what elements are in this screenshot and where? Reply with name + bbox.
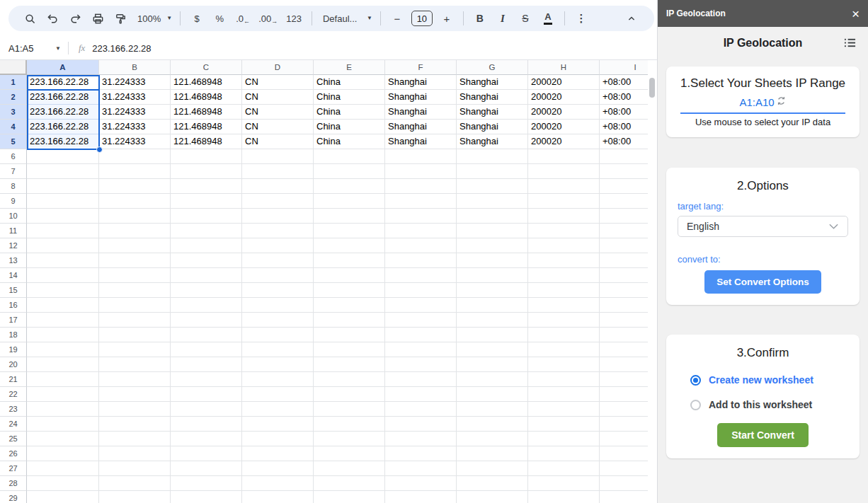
cell-C14[interactable] xyxy=(171,268,242,283)
italic-button[interactable]: I xyxy=(493,9,512,28)
cell-B3[interactable]: 31.224333 xyxy=(99,105,171,120)
cell-F16[interactable] xyxy=(385,298,457,313)
row-header-9[interactable]: 9 xyxy=(0,194,27,209)
cell-H29[interactable] xyxy=(528,491,600,503)
cell-F18[interactable] xyxy=(385,328,457,342)
set-convert-options-button[interactable]: Set Convert Options xyxy=(704,270,821,294)
cell-G4[interactable]: Shanghai xyxy=(457,120,528,134)
cell-F9[interactable] xyxy=(385,194,457,209)
font-size-input[interactable]: 10 xyxy=(411,11,433,26)
cell-A3[interactable]: 223.166.22.28 xyxy=(27,105,99,120)
cell-D2[interactable]: CN xyxy=(242,90,314,105)
cell-B20[interactable] xyxy=(99,357,171,372)
cell-A13[interactable] xyxy=(27,253,99,268)
cell-G1[interactable]: Shanghai xyxy=(457,75,528,90)
cell-E26[interactable] xyxy=(314,446,385,461)
cell-I10[interactable] xyxy=(600,209,648,224)
cell-I16[interactable] xyxy=(600,298,648,313)
row-header-14[interactable]: 14 xyxy=(0,268,27,283)
cell-C24[interactable] xyxy=(171,417,242,432)
cell-A24[interactable] xyxy=(27,417,99,432)
cell-C28[interactable] xyxy=(171,476,242,491)
cell-G10[interactable] xyxy=(457,209,528,224)
cell-E12[interactable] xyxy=(314,238,385,253)
cell-H16[interactable] xyxy=(528,298,600,313)
cell-H2[interactable]: 200020 xyxy=(528,90,600,105)
cell-D25[interactable] xyxy=(242,432,314,446)
cell-C9[interactable] xyxy=(171,194,242,209)
cell-G5[interactable]: Shanghai xyxy=(457,134,528,149)
cell-D26[interactable] xyxy=(242,446,314,461)
cell-I5[interactable]: +08:00 xyxy=(600,134,648,149)
cell-A15[interactable] xyxy=(27,283,99,298)
cell-I23[interactable] xyxy=(600,402,648,417)
cell-E16[interactable] xyxy=(314,298,385,313)
cell-A1[interactable]: 223.166.22.28 xyxy=(27,75,99,90)
cell-E14[interactable] xyxy=(314,268,385,283)
cell-G18[interactable] xyxy=(457,328,528,342)
cell-B14[interactable] xyxy=(99,268,171,283)
cell-B7[interactable] xyxy=(99,164,171,179)
cell-I21[interactable] xyxy=(600,372,648,387)
cell-F20[interactable] xyxy=(385,357,457,372)
cell-H17[interactable] xyxy=(528,313,600,328)
cell-G13[interactable] xyxy=(457,253,528,268)
redo-icon[interactable] xyxy=(66,9,84,28)
row-header-27[interactable]: 27 xyxy=(0,461,27,476)
cell-H4[interactable]: 200020 xyxy=(528,120,600,134)
cell-H25[interactable] xyxy=(528,432,600,446)
cell-E28[interactable] xyxy=(314,476,385,491)
cell-F28[interactable] xyxy=(385,476,457,491)
cell-A4[interactable]: 223.166.22.28 xyxy=(27,120,99,134)
cell-E2[interactable]: China xyxy=(314,90,385,105)
cell-A2[interactable]: 223.166.22.28 xyxy=(27,90,99,105)
cell-C5[interactable]: 121.468948 xyxy=(171,134,242,149)
cell-E1[interactable]: China xyxy=(314,75,385,90)
cell-F17[interactable] xyxy=(385,313,457,328)
column-header-E[interactable]: E xyxy=(314,60,385,75)
cell-I6[interactable] xyxy=(600,149,648,164)
row-header-19[interactable]: 19 xyxy=(0,342,27,357)
cell-C20[interactable] xyxy=(171,357,242,372)
cell-F14[interactable] xyxy=(385,268,457,283)
cell-B29[interactable] xyxy=(99,491,171,503)
cell-C19[interactable] xyxy=(171,342,242,357)
row-header-24[interactable]: 24 xyxy=(0,417,27,432)
cell-G20[interactable] xyxy=(457,357,528,372)
select-all-corner[interactable] xyxy=(0,60,27,75)
row-header-22[interactable]: 22 xyxy=(0,387,27,402)
cell-I2[interactable]: +08:00 xyxy=(600,90,648,105)
cell-G29[interactable] xyxy=(457,491,528,503)
cell-D12[interactable] xyxy=(242,238,314,253)
cell-G21[interactable] xyxy=(457,372,528,387)
cell-D7[interactable] xyxy=(242,164,314,179)
cell-C21[interactable] xyxy=(171,372,242,387)
cell-D5[interactable]: CN xyxy=(242,134,314,149)
cell-C3[interactable]: 121.468948 xyxy=(171,105,242,120)
fill-handle[interactable] xyxy=(96,146,103,153)
cell-D23[interactable] xyxy=(242,402,314,417)
refresh-icon[interactable] xyxy=(776,96,787,109)
cell-E27[interactable] xyxy=(314,461,385,476)
cell-H12[interactable] xyxy=(528,238,600,253)
cell-E4[interactable]: China xyxy=(314,120,385,134)
ip-range-field[interactable]: A1:A10 xyxy=(680,96,845,114)
cell-C15[interactable] xyxy=(171,283,242,298)
cell-H23[interactable] xyxy=(528,402,600,417)
cell-B26[interactable] xyxy=(99,446,171,461)
cell-C4[interactable]: 121.468948 xyxy=(171,120,242,134)
cell-C22[interactable] xyxy=(171,387,242,402)
cell-B27[interactable] xyxy=(99,461,171,476)
cell-G28[interactable] xyxy=(457,476,528,491)
percent-format-button[interactable]: % xyxy=(210,9,229,28)
cell-H3[interactable]: 200020 xyxy=(528,105,600,120)
print-icon[interactable] xyxy=(88,9,107,28)
cell-D1[interactable]: CN xyxy=(242,75,314,90)
increase-decimal-button[interactable]: .00→ xyxy=(256,9,279,28)
cell-H10[interactable] xyxy=(528,209,600,224)
cell-I15[interactable] xyxy=(600,283,648,298)
cell-H9[interactable] xyxy=(528,194,600,209)
cell-I19[interactable] xyxy=(600,342,648,357)
cell-B18[interactable] xyxy=(99,328,171,342)
cell-A16[interactable] xyxy=(27,298,99,313)
